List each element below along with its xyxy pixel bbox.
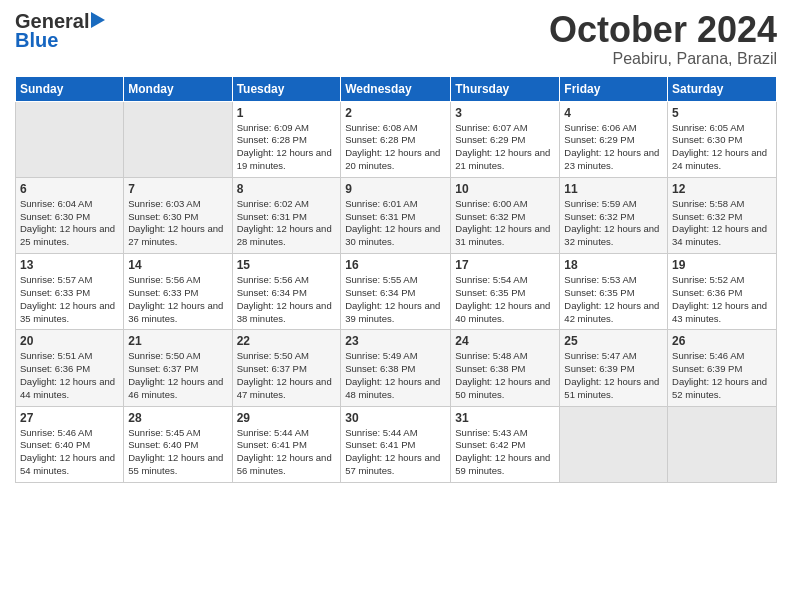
table-row: 16 Sunrise: 5:55 AM Sunset: 6:34 PM Dayl… [341,254,451,330]
title-location: Peabiru, Parana, Brazil [549,50,777,68]
sunrise-text: Sunrise: 5:49 AM [345,350,417,361]
day-number: 29 [237,411,337,425]
day-number: 28 [128,411,227,425]
day-number: 1 [237,106,337,120]
day-detail: Sunrise: 5:55 AM Sunset: 6:34 PM Dayligh… [345,274,446,325]
sunset-text: Sunset: 6:32 PM [564,211,634,222]
col-monday: Monday [124,76,232,101]
daylight-text: Daylight: 12 hours and 32 minutes. [564,223,659,247]
day-number: 18 [564,258,663,272]
sunset-text: Sunset: 6:34 PM [237,287,307,298]
col-wednesday: Wednesday [341,76,451,101]
table-row: 27 Sunrise: 5:46 AM Sunset: 6:40 PM Dayl… [16,406,124,482]
table-row: 9 Sunrise: 6:01 AM Sunset: 6:31 PM Dayli… [341,177,451,253]
sunrise-text: Sunrise: 6:03 AM [128,198,200,209]
sunrise-text: Sunrise: 6:01 AM [345,198,417,209]
daylight-text: Daylight: 12 hours and 44 minutes. [20,376,115,400]
daylight-text: Daylight: 12 hours and 47 minutes. [237,376,332,400]
day-detail: Sunrise: 5:45 AM Sunset: 6:40 PM Dayligh… [128,427,227,478]
day-detail: Sunrise: 5:54 AM Sunset: 6:35 PM Dayligh… [455,274,555,325]
sunset-text: Sunset: 6:32 PM [455,211,525,222]
page: General Blue October 2024 Peabiru, Paran… [0,0,792,612]
sunset-text: Sunset: 6:28 PM [237,134,307,145]
sunset-text: Sunset: 6:28 PM [345,134,415,145]
daylight-text: Daylight: 12 hours and 56 minutes. [237,452,332,476]
day-number: 31 [455,411,555,425]
sunset-text: Sunset: 6:29 PM [455,134,525,145]
sunset-text: Sunset: 6:34 PM [345,287,415,298]
table-row: 20 Sunrise: 5:51 AM Sunset: 6:36 PM Dayl… [16,330,124,406]
title-month: October 2024 [549,10,777,50]
day-number: 4 [564,106,663,120]
sunrise-text: Sunrise: 6:04 AM [20,198,92,209]
table-row: 5 Sunrise: 6:05 AM Sunset: 6:30 PM Dayli… [668,101,777,177]
daylight-text: Daylight: 12 hours and 24 minutes. [672,147,767,171]
table-row: 23 Sunrise: 5:49 AM Sunset: 6:38 PM Dayl… [341,330,451,406]
day-number: 14 [128,258,227,272]
calendar-week-row: 6 Sunrise: 6:04 AM Sunset: 6:30 PM Dayli… [16,177,777,253]
day-detail: Sunrise: 5:50 AM Sunset: 6:37 PM Dayligh… [237,350,337,401]
day-number: 2 [345,106,446,120]
table-row: 19 Sunrise: 5:52 AM Sunset: 6:36 PM Dayl… [668,254,777,330]
sunrise-text: Sunrise: 5:55 AM [345,274,417,285]
day-number: 3 [455,106,555,120]
day-detail: Sunrise: 5:51 AM Sunset: 6:36 PM Dayligh… [20,350,119,401]
sunrise-text: Sunrise: 6:09 AM [237,122,309,133]
table-row: 2 Sunrise: 6:08 AM Sunset: 6:28 PM Dayli… [341,101,451,177]
calendar-week-row: 13 Sunrise: 5:57 AM Sunset: 6:33 PM Dayl… [16,254,777,330]
table-row: 21 Sunrise: 5:50 AM Sunset: 6:37 PM Dayl… [124,330,232,406]
day-detail: Sunrise: 6:09 AM Sunset: 6:28 PM Dayligh… [237,122,337,173]
sunrise-text: Sunrise: 5:52 AM [672,274,744,285]
sunrise-text: Sunrise: 6:05 AM [672,122,744,133]
logo-blue-text: Blue [15,29,58,52]
table-row: 29 Sunrise: 5:44 AM Sunset: 6:41 PM Dayl… [232,406,341,482]
daylight-text: Daylight: 12 hours and 28 minutes. [237,223,332,247]
daylight-text: Daylight: 12 hours and 57 minutes. [345,452,440,476]
table-row [124,101,232,177]
sunrise-text: Sunrise: 5:56 AM [128,274,200,285]
day-detail: Sunrise: 5:59 AM Sunset: 6:32 PM Dayligh… [564,198,663,249]
sunset-text: Sunset: 6:31 PM [237,211,307,222]
daylight-text: Daylight: 12 hours and 51 minutes. [564,376,659,400]
day-detail: Sunrise: 5:56 AM Sunset: 6:34 PM Dayligh… [237,274,337,325]
day-number: 25 [564,334,663,348]
day-detail: Sunrise: 5:47 AM Sunset: 6:39 PM Dayligh… [564,350,663,401]
sunset-text: Sunset: 6:38 PM [345,363,415,374]
sunset-text: Sunset: 6:39 PM [672,363,742,374]
table-row [668,406,777,482]
sunrise-text: Sunrise: 5:46 AM [672,350,744,361]
table-row: 3 Sunrise: 6:07 AM Sunset: 6:29 PM Dayli… [451,101,560,177]
day-detail: Sunrise: 5:48 AM Sunset: 6:38 PM Dayligh… [455,350,555,401]
day-number: 19 [672,258,772,272]
day-detail: Sunrise: 6:08 AM Sunset: 6:28 PM Dayligh… [345,122,446,173]
sunset-text: Sunset: 6:41 PM [345,439,415,450]
day-number: 11 [564,182,663,196]
sunrise-text: Sunrise: 5:44 AM [345,427,417,438]
daylight-text: Daylight: 12 hours and 46 minutes. [128,376,223,400]
day-detail: Sunrise: 6:03 AM Sunset: 6:30 PM Dayligh… [128,198,227,249]
table-row: 25 Sunrise: 5:47 AM Sunset: 6:39 PM Dayl… [560,330,668,406]
calendar-week-row: 20 Sunrise: 5:51 AM Sunset: 6:36 PM Dayl… [16,330,777,406]
day-detail: Sunrise: 6:06 AM Sunset: 6:29 PM Dayligh… [564,122,663,173]
table-row: 18 Sunrise: 5:53 AM Sunset: 6:35 PM Dayl… [560,254,668,330]
sunset-text: Sunset: 6:36 PM [20,363,90,374]
daylight-text: Daylight: 12 hours and 48 minutes. [345,376,440,400]
daylight-text: Daylight: 12 hours and 27 minutes. [128,223,223,247]
calendar-table: Sunday Monday Tuesday Wednesday Thursday… [15,76,777,483]
sunrise-text: Sunrise: 5:51 AM [20,350,92,361]
sunrise-text: Sunrise: 5:53 AM [564,274,636,285]
daylight-text: Daylight: 12 hours and 43 minutes. [672,300,767,324]
day-detail: Sunrise: 6:02 AM Sunset: 6:31 PM Dayligh… [237,198,337,249]
sunrise-text: Sunrise: 5:59 AM [564,198,636,209]
sunset-text: Sunset: 6:37 PM [128,363,198,374]
day-number: 10 [455,182,555,196]
sunrise-text: Sunrise: 5:45 AM [128,427,200,438]
table-row: 24 Sunrise: 5:48 AM Sunset: 6:38 PM Dayl… [451,330,560,406]
day-number: 15 [237,258,337,272]
sunset-text: Sunset: 6:39 PM [564,363,634,374]
day-number: 21 [128,334,227,348]
col-tuesday: Tuesday [232,76,341,101]
day-detail: Sunrise: 5:50 AM Sunset: 6:37 PM Dayligh… [128,350,227,401]
day-detail: Sunrise: 5:46 AM Sunset: 6:39 PM Dayligh… [672,350,772,401]
day-number: 12 [672,182,772,196]
